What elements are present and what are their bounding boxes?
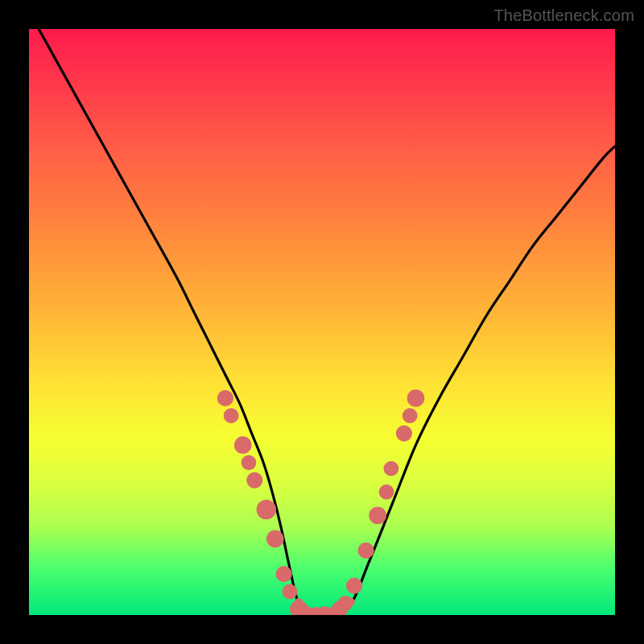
- marker-dot: [379, 485, 394, 500]
- chart-overlay: [29, 29, 615, 615]
- marker-dot: [402, 408, 418, 423]
- marker-dot: [396, 425, 412, 441]
- chart-frame: TheBottleneck.com: [0, 0, 644, 644]
- marker-dot: [276, 566, 292, 582]
- marker-dot: [257, 500, 277, 520]
- marker-dot: [358, 543, 374, 559]
- watermark-text: TheBottleneck.com: [493, 6, 634, 25]
- marker-dot: [242, 455, 257, 470]
- marker-dot: [283, 584, 298, 600]
- marker-dot: [369, 506, 386, 524]
- marker-dot: [407, 390, 425, 407]
- marker-dot: [246, 472, 262, 488]
- curve-path: [29, 29, 615, 615]
- marker-dot: [224, 408, 239, 423]
- marker-dot: [266, 530, 284, 548]
- marker-dot: [338, 596, 353, 611]
- marker-dot: [384, 461, 399, 477]
- marker-dot: [346, 578, 362, 594]
- marker-dot: [217, 390, 233, 407]
- chart-plot-area: [29, 29, 615, 615]
- marker-dot: [234, 436, 252, 454]
